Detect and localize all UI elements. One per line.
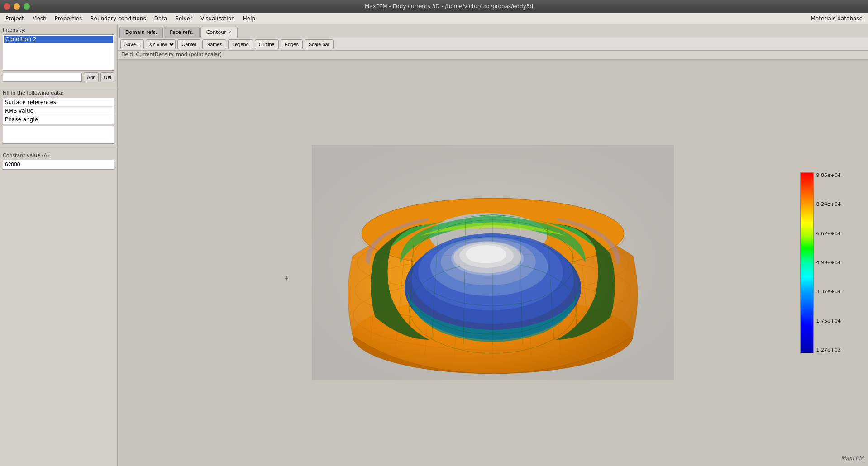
menu-visualization[interactable]: Visualization (197, 14, 238, 23)
svg-point-40 (466, 245, 506, 263)
new-condition-input[interactable] (3, 73, 82, 82)
colorbar-label-6: 8,24e+04 (816, 201, 841, 208)
center-button[interactable]: Center (177, 39, 200, 49)
titlebar: MaxFEM - Eddy currents 3D - /home/victor… (0, 0, 868, 13)
view-select[interactable]: XY view XZ view YZ view 3D view (146, 39, 176, 49)
menubar: Project Mesh Properties Boundary conditi… (0, 13, 868, 24)
field-phase-angle[interactable]: Phase angle (3, 115, 114, 124)
names-button[interactable]: Names (202, 39, 226, 49)
colorbar-label-1: 1,27e+03 (816, 347, 841, 353)
colorbar-label-5: 6,62e+04 (816, 231, 841, 237)
right-panel: Domain refs. Face refs. Contour ✕ Save..… (118, 24, 868, 466)
edges-button[interactable]: Edges (281, 39, 303, 49)
colorbar-label-2: 1,75e+04 (816, 318, 841, 324)
view-select-wrap: XY view XZ view YZ view 3D view (146, 39, 176, 49)
constant-label: Constant value (A): (3, 152, 114, 158)
divider-2 (0, 147, 117, 147)
main-layout: Intensity: Condition 2 Add Del Fill in t… (0, 24, 868, 466)
close-button[interactable] (4, 3, 10, 10)
field-input-area[interactable] (3, 126, 114, 144)
mouse-cursor (285, 277, 288, 280)
left-panel: Intensity: Condition 2 Add Del Fill in t… (0, 24, 118, 466)
maximize-button[interactable] (24, 3, 30, 10)
constant-value-input[interactable] (3, 160, 114, 170)
field-list: Surface references RMS value Phase angle (3, 98, 114, 124)
outline-button[interactable]: Outline (255, 39, 279, 49)
tab-close-icon[interactable]: ✕ (228, 30, 232, 35)
watermark: MaxFEM (841, 455, 863, 461)
menu-data[interactable]: Data (151, 14, 171, 23)
colorbar-labels: 9,86e+04 8,24e+04 6,62e+04 4,99e+04 3,37… (816, 172, 841, 353)
colorbar-gradient (800, 172, 814, 353)
scalebar-button[interactable]: Scale bar (305, 39, 334, 49)
menu-materials-database[interactable]: Materials database (807, 14, 866, 23)
visualization-toolbar: Save... XY view XZ view YZ view 3D view … (118, 38, 868, 51)
window-title: MaxFEM - Eddy currents 3D - /home/victor… (33, 3, 864, 10)
save-button[interactable]: Save... (120, 39, 144, 49)
menu-boundary-conditions[interactable]: Boundary conditions (86, 14, 149, 23)
field-rms-value[interactable]: RMS value (3, 107, 114, 115)
menu-project[interactable]: Project (2, 14, 28, 23)
menu-mesh[interactable]: Mesh (29, 14, 50, 23)
tab-contour[interactable]: Contour ✕ (200, 27, 238, 38)
colorbar-label-3: 3,37e+04 (816, 289, 841, 295)
colorbar: 9,86e+04 8,24e+04 6,62e+04 4,99e+04 3,37… (800, 172, 841, 353)
minimize-button[interactable] (14, 3, 20, 10)
mesh-visualization (312, 145, 674, 380)
menu-help[interactable]: Help (239, 14, 259, 23)
legend-button[interactable]: Legend (228, 39, 253, 49)
colorbar-label-4: 4,99e+04 (816, 260, 841, 266)
tab-bar: Domain refs. Face refs. Contour ✕ (118, 24, 868, 38)
tab-face-refs[interactable]: Face refs. (164, 27, 200, 38)
fill-label: Fill in the following data: (3, 90, 114, 96)
intensity-label: Intensity: (3, 27, 114, 33)
del-button[interactable]: Del (100, 72, 114, 82)
menu-properties[interactable]: Properties (51, 14, 86, 23)
divider-1 (0, 87, 117, 87)
add-button[interactable]: Add (84, 72, 99, 82)
colorbar-label-7: 9,86e+04 (816, 172, 841, 179)
canvas-area: 9,86e+04 8,24e+04 6,62e+04 4,99e+04 3,37… (118, 60, 868, 466)
menu-solver[interactable]: Solver (172, 14, 196, 23)
viewport[interactable]: 9,86e+04 8,24e+04 6,62e+04 4,99e+04 3,37… (118, 60, 868, 466)
field-surface-refs[interactable]: Surface references (3, 98, 114, 107)
tab-domain-refs[interactable]: Domain refs. (119, 27, 163, 38)
field-info: Field: CurrentDensity_mod (point scalar) (118, 51, 868, 60)
intensity-list[interactable]: Condition 2 (3, 34, 114, 71)
condition-item[interactable]: Condition 2 (4, 36, 113, 43)
